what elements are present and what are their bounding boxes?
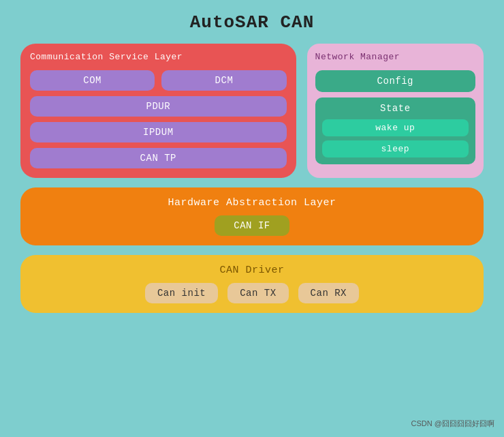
can-driver-layer: CAN Driver Can init Can TX Can RX <box>20 255 484 313</box>
can-driver-row: Can init Can TX Can RX <box>145 283 359 303</box>
nm-state-label: State <box>322 103 469 114</box>
hal-layer: Hardware Abstraction Layer CAN IF <box>20 187 484 245</box>
watermark: CSDN @囧囧囧囧好囧啊 <box>411 419 494 429</box>
network-manager: Network Manager Config State wake up sle… <box>307 44 484 178</box>
top-row: Communication Service Layer COM DCM PDUR… <box>20 44 484 178</box>
dcm-module: DCM <box>161 70 286 91</box>
nm-state-group: State wake up sleep <box>315 97 475 164</box>
comm-service-label: Communication Service Layer <box>30 52 287 62</box>
can-tx: Can TX <box>227 283 288 303</box>
can-tp-module: CAN TP <box>30 148 287 168</box>
can-init: Can init <box>145 283 218 303</box>
comm-service-layer: Communication Service Layer COM DCM PDUR… <box>20 44 296 178</box>
nm-sleep: sleep <box>322 140 469 157</box>
com-module: COM <box>30 70 155 91</box>
can-rx: Can RX <box>298 283 359 303</box>
nm-wake-up: wake up <box>322 119 469 136</box>
hal-label: Hardware Abstraction Layer <box>168 197 336 209</box>
page-title: AutoSAR CAN <box>190 12 315 33</box>
ipdum-module: IPDUM <box>30 122 287 142</box>
pdur-module: PDUR <box>30 96 287 117</box>
nm-config: Config <box>315 70 475 92</box>
com-dcm-row: COM DCM <box>30 70 287 91</box>
can-if: CAN IF <box>215 215 289 236</box>
network-manager-label: Network Manager <box>315 52 475 62</box>
can-driver-label: CAN Driver <box>219 265 284 276</box>
